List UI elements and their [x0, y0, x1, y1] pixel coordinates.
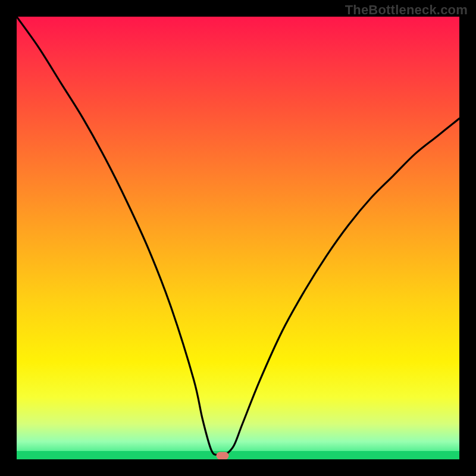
watermark-text: TheBottleneck.com — [345, 2, 468, 18]
optimal-point-marker — [216, 452, 228, 459]
plot-area — [17, 17, 459, 459]
chart-frame: TheBottleneck.com — [0, 0, 476, 476]
bottleneck-curve — [17, 17, 459, 459]
